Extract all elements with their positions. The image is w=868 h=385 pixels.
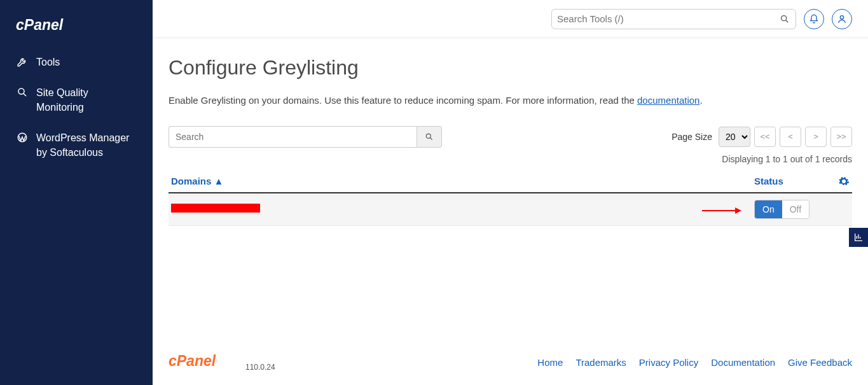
pager-prev[interactable]: <	[780, 127, 801, 147]
wordpress-icon	[16, 131, 29, 144]
search-tools-input[interactable]	[557, 13, 779, 24]
footer-links: Home Trademarks Privacy Policy Documenta…	[537, 357, 852, 368]
sidebar-item-label: Tools	[36, 55, 60, 69]
pager-size-select[interactable]: 20	[719, 127, 750, 147]
pager-first[interactable]: <<	[754, 127, 776, 147]
domain-name-redacted	[171, 204, 260, 213]
account-button[interactable]	[832, 9, 852, 29]
footer-link-home[interactable]: Home	[537, 357, 563, 368]
person-icon	[837, 14, 847, 24]
notifications-button[interactable]	[804, 9, 824, 29]
footer-left: cPanel 110.0.24	[169, 353, 275, 372]
cpanel-logo: cPanel	[0, 16, 153, 47]
gear-icon	[838, 176, 850, 187]
domain-cell	[171, 204, 754, 214]
table-row: On Off	[169, 193, 852, 226]
sidebar-item-site-quality[interactable]: Site Quality Monitoring	[0, 78, 153, 123]
col-settings[interactable]	[830, 176, 850, 187]
col-status[interactable]: Status	[754, 176, 830, 187]
magnify-icon	[16, 86, 29, 99]
svg-text:cPanel: cPanel	[169, 353, 216, 369]
greylisting-toggle: On Off	[754, 200, 809, 219]
pager: Page Size 20 << < > >>	[672, 127, 852, 147]
col-domains[interactable]: Domains ▲	[171, 176, 754, 187]
footer: cPanel 110.0.24 Home Trademarks Privacy …	[153, 339, 868, 385]
pager-next[interactable]: >	[805, 127, 827, 147]
arrow-annotation	[702, 207, 741, 214]
table-search-input[interactable]	[169, 126, 417, 148]
domains-table: Domains ▲ Status On Off	[169, 171, 852, 226]
version: 110.0.24	[245, 363, 275, 372]
display-count: Displaying 1 to 1 out of 1 records	[169, 154, 852, 164]
main: Configure Greylisting Enable Greylisting…	[153, 0, 868, 385]
search-icon	[425, 132, 434, 141]
page-title: Configure Greylisting	[169, 56, 852, 80]
sidebar-item-label: Site Quality Monitoring	[36, 86, 137, 115]
table-search-button[interactable]	[417, 126, 442, 148]
sidebar-item-label: WordPress Manager by Softaculous	[36, 131, 137, 160]
sidebar-item-wordpress[interactable]: WordPress Manager by Softaculous	[0, 123, 153, 168]
footer-link-feedback[interactable]: Give Feedback	[788, 357, 852, 368]
documentation-link[interactable]: documentation	[637, 95, 699, 106]
bell-icon	[809, 14, 819, 24]
search-icon	[779, 14, 790, 24]
pager-last[interactable]: >>	[830, 127, 852, 147]
svg-point-3	[782, 15, 787, 20]
table-controls: Page Size 20 << < > >>	[169, 126, 852, 148]
footer-link-documentation[interactable]: Documentation	[711, 357, 775, 368]
sidebar: cPanel Tools Site Quality Monitoring Wor…	[0, 0, 153, 385]
cpanel-logo-footer: cPanel	[169, 353, 242, 372]
content: Configure Greylisting Enable Greylisting…	[153, 38, 868, 339]
toggle-off[interactable]: Off	[782, 200, 809, 218]
footer-link-trademarks[interactable]: Trademarks	[575, 357, 626, 368]
stats-tab[interactable]	[849, 228, 868, 247]
svg-point-5	[426, 134, 431, 138]
footer-link-privacy[interactable]: Privacy Policy	[639, 357, 698, 368]
toggle-on[interactable]: On	[755, 200, 782, 218]
svg-point-4	[840, 15, 843, 18]
status-cell: On Off	[754, 200, 830, 219]
sidebar-item-tools[interactable]: Tools	[0, 47, 153, 78]
search-tools[interactable]	[551, 9, 796, 29]
table-search	[169, 126, 442, 148]
page-description: Enable Greylisting on your domains. Use …	[169, 94, 852, 108]
table-header: Domains ▲ Status	[169, 171, 852, 193]
pager-size-label: Page Size	[672, 132, 712, 142]
chart-icon	[853, 232, 864, 242]
svg-text:cPanel: cPanel	[16, 17, 64, 33]
tools-icon	[16, 55, 29, 68]
topbar	[153, 0, 868, 38]
svg-point-1	[18, 88, 24, 94]
